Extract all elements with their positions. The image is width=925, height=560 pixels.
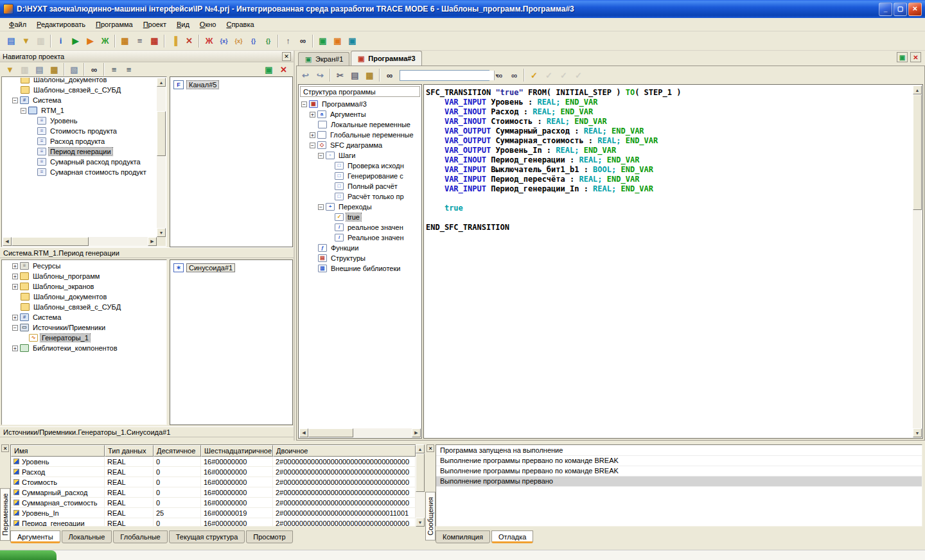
open-structure-icon[interactable]: ▼ [19,34,33,48]
vertical-scrollbar[interactable]: ▲ ▼ [913,85,922,437]
variables-tab-1[interactable]: Локальные [62,530,112,543]
to-debugger-icon[interactable]: ✓ [556,68,571,82]
messages-tab-1[interactable]: Отладка [491,530,533,543]
column-header[interactable]: Двоичное [273,445,416,457]
tree-item[interactable]: ≡Уровень [3,116,156,126]
maximize-button[interactable]: ▢ [894,3,907,16]
compile-all-icon[interactable]: ✓ [542,68,556,82]
tree-levels-icon[interactable]: ≡ [121,62,136,76]
tree-item[interactable]: /реальное значен [300,222,420,232]
scroll-up-icon[interactable]: ▲ [913,85,922,94]
collapse-icon[interactable]: − [12,98,18,103]
scroll-down-icon[interactable]: ▼ [157,228,166,237]
collapse-icon[interactable]: − [21,108,26,114]
variables-tab-2[interactable]: Глобальные [113,530,167,543]
navigator-view-icon[interactable]: ▼ [3,62,17,76]
tree-item[interactable]: +Библиотеки_компонентов [3,343,166,353]
tree-item[interactable]: Шаблоны_документов [3,78,156,85]
expand-icon[interactable]: + [12,263,18,269]
variables-tab-3[interactable]: Текущая структура [169,530,245,543]
tree-item[interactable]: ≡Сумарный расход продукта [3,157,156,167]
tree-item[interactable]: −◇SFC диаграмма [300,140,420,150]
screen-editor-icon[interactable]: ▣ [315,34,330,48]
expand-icon[interactable]: + [12,315,18,320]
scroll-left-icon[interactable]: ◀ [3,237,12,246]
collapse-icon[interactable]: − [310,143,315,148]
copy-icon[interactable]: ▤ [348,68,362,82]
collapse-icon[interactable]: − [318,204,324,210]
document-tab-0[interactable]: ▣Экран#1 [298,52,349,66]
components-icon[interactable]: ≡ [132,34,147,48]
scroll-thumb[interactable] [157,111,166,156]
table-row[interactable]: СтоимостьREAL016#000000002#0000000000000… [11,477,416,487]
sort-up-icon[interactable]: ↑ [281,34,295,48]
minimize-button[interactable]: _ [879,3,892,16]
tree-item[interactable]: −#Система [3,95,156,105]
horizontal-scrollbar[interactable]: ◀ ▶ [3,237,157,246]
layers-icon[interactable]: ▦ [118,34,132,48]
vertical-scrollbar[interactable]: ▲ ▼ [416,444,425,527]
program-editor-icon[interactable]: ▣ [330,34,345,48]
column-header[interactable]: Шестнадцатиричное [201,445,273,457]
compile-icon[interactable]: ✓ [527,68,542,82]
run-rtm-icon[interactable]: ▶ [68,34,83,48]
expand-icon[interactable]: + [12,274,18,279]
step-debugger-icon[interactable]: ✓ [571,68,586,82]
move-argument-icon[interactable]: {} [261,34,276,48]
expand-icon[interactable]: + [12,346,18,351]
tree-item[interactable]: ≡Расход продукта [3,136,156,146]
variables-tab-0[interactable]: Аргументы [10,530,60,543]
message-line[interactable]: Выполнение программы прервано [436,477,922,487]
tree-item[interactable]: +aАргументы [300,109,420,119]
tree-item[interactable]: ∿Генераторы_1 [3,333,166,343]
run-profiler-icon[interactable]: ▶ [83,34,98,48]
tree-item[interactable]: −▭Источники/Приемники [3,322,166,333]
collapse-icon[interactable]: − [301,101,307,107]
vertical-scrollbar[interactable]: ▲ ▼ [157,78,166,237]
info-icon[interactable]: i [53,34,68,48]
tree-item[interactable]: +Шаблоны_экранов [3,281,166,292]
unbind-argument-icon[interactable]: Ж [202,34,216,48]
table-row[interactable]: Суммарный_расходREAL016#000000002#000000… [11,487,416,498]
expand-icon[interactable]: + [310,132,315,138]
message-line[interactable]: Выполнение программы прервано по команде… [436,456,922,466]
tree-expand-icon[interactable]: ≡ [107,62,121,76]
table-row[interactable]: Суммарная_стоимостьREAL016#000000002#000… [11,498,416,508]
document-tab-1[interactable]: ▣Программа#3 [351,51,421,66]
paste-icon[interactable]: ▦ [362,68,377,82]
message-line[interactable]: Выполнение программы прервано по команде… [436,466,922,477]
hand-hold-icon[interactable]: ▐ [167,34,182,48]
scroll-track[interactable] [12,237,148,246]
code-editor[interactable]: SFC_TRANSITION "true" FROM( INITIAL_STEP… [423,84,923,439]
undo-icon[interactable]: ↩ [298,68,313,82]
scroll-track[interactable] [157,87,166,228]
find-icon[interactable]: ∞ [295,34,310,48]
schedule-icon[interactable]: ▦ [147,34,162,48]
scroll-up-icon[interactable]: ▲ [157,78,166,87]
expand-icon[interactable]: + [12,284,18,290]
search-combo[interactable]: ▼ [400,70,489,81]
menu-window[interactable]: Окно [195,19,222,30]
scroll-thumb[interactable] [12,237,89,246]
scroll-track[interactable] [913,94,922,428]
save-icon[interactable]: ▥ [33,34,48,48]
close-pane-icon[interactable]: ✕ [276,62,291,76]
tree-item[interactable]: Шаблоны_документов [3,292,166,302]
tree-item[interactable]: +#Система [3,312,166,322]
save-node-icon[interactable]: ▥ [17,62,32,76]
tree-item[interactable]: /Реальное значен [300,232,420,243]
redo-icon[interactable]: ↪ [313,68,328,82]
menu-help[interactable]: Справка [221,19,259,30]
menu-project[interactable]: Проект [138,19,172,30]
sine-item[interactable]: ✶ Синусоида#1 [173,263,289,272]
cut-icon[interactable]: ✂ [333,68,348,82]
find-selection-icon[interactable]: ∞ [507,68,522,82]
tree-item[interactable]: ≡Сумарная стоимость продукт [3,167,156,177]
hand-cancel-icon[interactable]: ✕ [182,34,197,48]
close-navigator-icon[interactable]: ✕ [282,52,291,61]
table-row[interactable]: РасходREAL016#000000002#0000000000000000… [11,467,416,477]
doc-editor-icon[interactable]: ▣ [345,34,360,48]
variables-side-tab[interactable]: Переменные [0,488,10,541]
find-node-icon[interactable]: ∞ [87,62,101,76]
scroll-track[interactable] [416,453,425,518]
